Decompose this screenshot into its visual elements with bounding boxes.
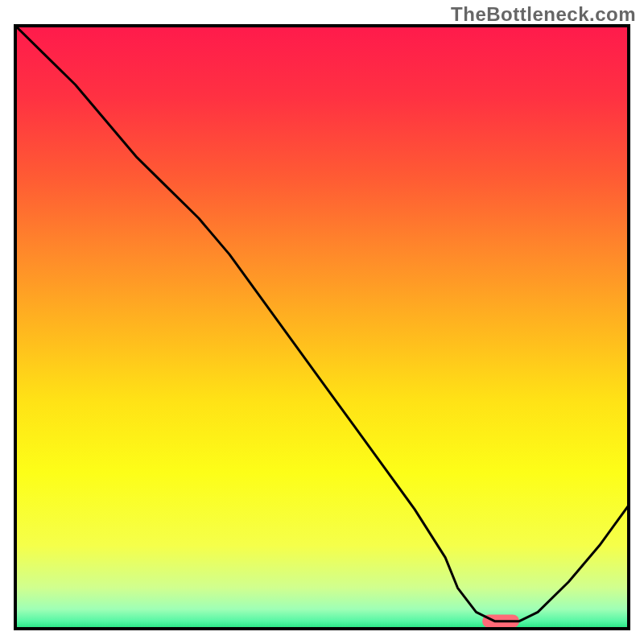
chart-plot-area	[14, 24, 630, 630]
watermark-text: TheBottleneck.com	[451, 3, 636, 26]
chart-background	[14, 24, 630, 630]
chart-svg	[14, 24, 630, 630]
chart-container: TheBottleneck.com	[0, 0, 644, 644]
